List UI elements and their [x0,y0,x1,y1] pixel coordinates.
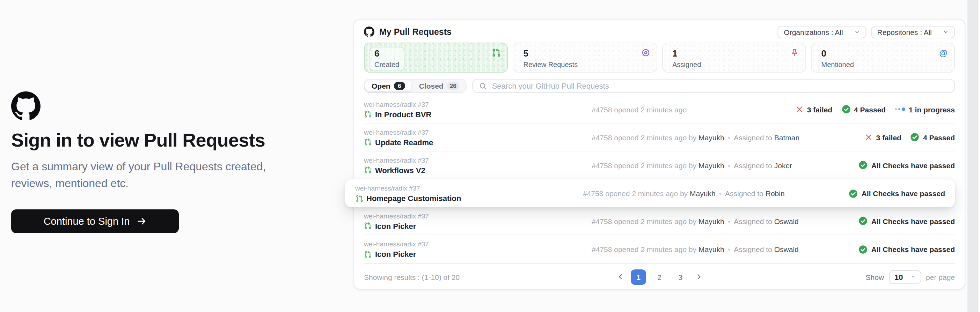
pr-row-main: wei-harness/radix #37 In Product BVR [364,100,592,118]
per-page-control: Show 10 per page [866,270,955,284]
pr-repo: wei-harness/radix #37 [364,100,592,108]
pr-title[interactable]: In Product BVR [375,110,431,118]
pr-row-highlighted[interactable]: wei-harness/radix #37 Homepage Customisa… [345,179,955,207]
pr-assignee: Oswald [774,245,799,253]
pull-request-icon [364,138,372,146]
chevron-down-icon [910,274,915,279]
pr-checks: All Checks have passed [859,160,955,169]
stat-value: 5 [523,49,578,59]
stat-card-assigned[interactable]: 1 Assigned [662,43,806,73]
results-summary: Showing results : (1-10) of 20 [364,272,460,281]
tab-closed[interactable]: Closed 26 [413,80,466,92]
pr-row[interactable]: wei-harness/radix #37 Icon Picker #4758 … [364,207,955,235]
arrow-right-icon [137,216,146,226]
progress-dots-icon [895,108,905,111]
pr-title[interactable]: Update Readme [375,138,433,146]
pr-assignee: Joker [774,161,792,169]
pr-author: Mayukh [698,217,724,225]
search-input[interactable] [492,82,948,90]
page-size-value: 10 [894,272,903,281]
pr-row-main: wei-harness/radix #37 Homepage Customisa… [355,184,583,203]
pull-request-list: wei-harness/radix #37 In Product BVR #47… [364,96,955,263]
pr-row[interactable]: wei-harness/radix #37 Update Readme #475… [364,124,955,152]
stat-value: 6 [374,49,399,59]
per-page-label: per page [926,272,955,281]
pull-request-icon [355,195,363,202]
check-failed: 3 failed [865,133,901,141]
stat-card-review-requests[interactable]: 5 Review Requests [513,43,657,73]
stat-card-mentioned[interactable]: 0 Mentioned @ [811,43,955,73]
continue-sign-in-button[interactable]: Continue to Sign In [11,209,179,233]
pr-checks: All Checks have passed [859,245,955,254]
page-button-1[interactable]: 1 [631,269,646,284]
chevron-left-icon [617,274,624,280]
page-size-select[interactable]: 10 [889,270,921,284]
stat-chip: 1 Assigned [667,47,706,71]
page-button-3[interactable]: 3 [673,269,688,284]
pull-request-icon [364,110,372,118]
tab-closed-label: Closed [419,82,444,90]
next-page-button[interactable] [694,269,703,284]
prev-page-button[interactable] [616,269,625,284]
pr-meta: #4758 opened 2 minutes ago byMayukh•Assi… [583,189,849,198]
pr-author: Mayukh [690,189,716,198]
pr-repo: wei-harness/radix #37 [364,156,592,164]
signin-subtitle: Get a summary view of your Pull Requests… [11,158,301,192]
pr-checks: All Checks have passed [859,216,955,225]
check-circle-icon [859,216,868,225]
state-tabs: Open 6 Closed 26 [364,79,467,93]
check-circle-icon [849,189,858,198]
pr-row[interactable]: wei-harness/radix #37 Icon Picker #4758 … [364,235,955,263]
pr-checks: All Checks have passed [849,189,945,198]
pull-request-icon [364,250,372,258]
pr-meta: #4758 opened 2 minutes ago byMayukh•Assi… [592,245,859,253]
page-scrollbar[interactable] [967,0,978,312]
tab-open-count: 6 [394,82,405,90]
check-passed: 4 Passed [842,105,886,114]
stat-label: Assigned [672,61,701,68]
pr-meta: #4758 opened 2 minutes ago byMayukh•Assi… [592,133,865,141]
pr-row[interactable]: wei-harness/radix #37 Workflows V2 #4758… [364,152,955,179]
repositories-dropdown[interactable]: Repositories : All [871,25,955,38]
pr-repo: wei-harness/radix #37 [364,240,592,248]
check-passed: All Checks have passed [859,216,955,225]
stat-value: 0 [821,49,854,59]
organizations-dropdown-label: Organizations : All [784,28,843,36]
check-progress: 1 in progress [895,105,955,113]
pr-meta: #4758 opened 2 minutes ago [592,105,796,113]
page-button-2[interactable]: 2 [652,269,667,284]
pr-assignee: Oswald [774,217,799,225]
pr-title[interactable]: Icon Picker [375,250,416,258]
chevron-right-icon [695,274,702,280]
tab-open[interactable]: Open 6 [365,80,411,92]
x-icon [865,133,873,141]
pr-title[interactable]: Icon Picker [375,222,416,230]
pr-row-main: wei-harness/radix #37 Icon Picker [364,212,592,230]
check-circle-icon [910,133,920,142]
header-filters: Organizations : All Repositories : All [778,25,955,38]
organizations-dropdown[interactable]: Organizations : All [778,25,866,38]
continue-sign-in-label: Continue to Sign In [44,216,130,227]
pr-repo: wei-harness/radix #37 [364,212,592,220]
github-logo-icon [364,27,374,37]
check-circle-icon [859,245,868,254]
pr-repo: wei-harness/radix #37 [364,128,592,136]
panel-header: My Pull Requests Organizations : All Rep… [364,19,955,43]
check-passed: All Checks have passed [859,245,955,254]
pr-row[interactable]: wei-harness/radix #37 In Product BVR #47… [364,96,955,124]
x-icon [796,105,803,113]
pr-meta: #4758 opened 2 minutes ago byMayukh•Assi… [592,217,859,225]
pr-title[interactable]: Workflows V2 [375,166,425,174]
page: Sign in to view Pull Requests Get a summ… [0,0,980,312]
pr-repo: wei-harness/radix #37 [355,184,583,192]
stat-value: 1 [672,49,701,59]
panel-title-wrap: My Pull Requests [364,27,452,37]
pr-assignee: Batman [774,133,799,141]
check-passed: 4 Passed [910,133,955,142]
eye-icon [641,48,650,57]
stat-card-created[interactable]: 6 Created [364,43,508,73]
pull-request-icon [364,222,372,230]
chevron-down-icon [943,29,948,35]
stats-row: 6 Created 5 Review Requests 1 Assigned [364,43,955,73]
pr-title[interactable]: Homepage Customisation [366,194,461,203]
